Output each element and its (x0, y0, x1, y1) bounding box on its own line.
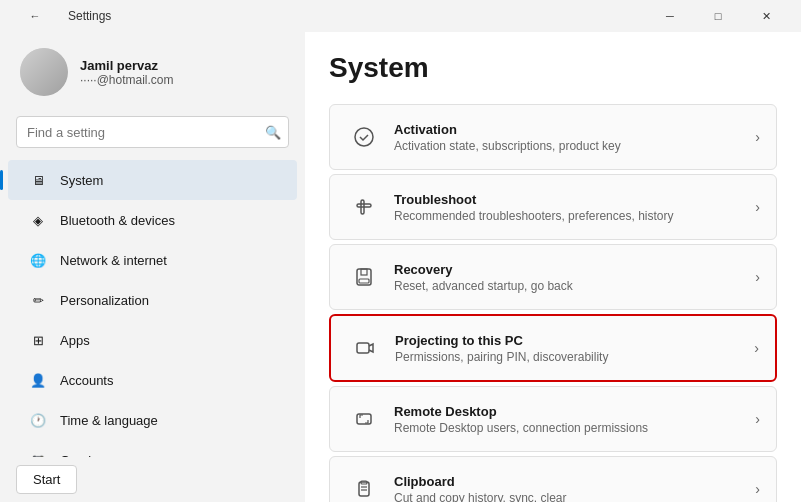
sidebar-label-network: Network & internet (60, 253, 167, 268)
back-button[interactable]: ← (12, 0, 58, 32)
activation-title: Activation (394, 122, 747, 137)
projecting-text: Projecting to this PC Permissions, pairi… (395, 333, 746, 364)
clipboard-chevron: › (755, 481, 760, 497)
troubleshoot-chevron: › (755, 199, 760, 215)
recovery-icon (346, 259, 382, 295)
activation-icon (346, 119, 382, 155)
projecting-desc: Permissions, pairing PIN, discoverabilit… (395, 350, 746, 364)
sidebar-label-apps: Apps (60, 333, 90, 348)
projecting-title: Projecting to this PC (395, 333, 746, 348)
svg-rect-7 (357, 414, 371, 424)
sidebar-label-bluetooth: Bluetooth & devices (60, 213, 175, 228)
remotedesktop-desc: Remote Desktop users, connection permiss… (394, 421, 747, 435)
svg-point-0 (355, 128, 373, 146)
clipboard-title: Clipboard (394, 474, 747, 489)
projecting-icon (347, 330, 383, 366)
recovery-text: Recovery Reset, advanced startup, go bac… (394, 262, 747, 293)
sidebar-label-accounts: Accounts (60, 373, 113, 388)
app-title: Settings (68, 9, 111, 23)
recovery-title: Recovery (394, 262, 747, 277)
search-icon: 🔍 (265, 125, 281, 140)
settings-item-clipboard[interactable]: Clipboard Cut and copy history, sync, cl… (329, 456, 777, 502)
start-button[interactable]: Start (16, 465, 77, 494)
remotedesktop-text: Remote Desktop Remote Desktop users, con… (394, 404, 747, 435)
sidebar-item-personalization[interactable]: ✏ Personalization (8, 280, 297, 320)
start-area: Start (0, 457, 305, 502)
troubleshoot-icon (346, 189, 382, 225)
remotedesktop-title: Remote Desktop (394, 404, 747, 419)
settings-item-recovery[interactable]: Recovery Reset, advanced startup, go bac… (329, 244, 777, 310)
remotedesktop-chevron: › (755, 411, 760, 427)
settings-item-projecting[interactable]: Projecting to this PC Permissions, pairi… (329, 314, 777, 382)
sidebar-item-apps[interactable]: ⊞ Apps (8, 320, 297, 360)
system-icon: 🖥 (28, 170, 48, 190)
nav-list: 🖥 System ◈ Bluetooth & devices 🌐 Network… (0, 156, 305, 457)
user-section: Jamil pervaz ·····@hotmail.com (0, 32, 305, 112)
activation-chevron: › (755, 129, 760, 145)
sidebar-label-time: Time & language (60, 413, 158, 428)
settings-item-activation[interactable]: Activation Activation state, subscriptio… (329, 104, 777, 170)
activation-text: Activation Activation state, subscriptio… (394, 122, 747, 153)
sidebar: Jamil pervaz ·····@hotmail.com 🔍 🖥 Syste… (0, 32, 305, 502)
recovery-chevron: › (755, 269, 760, 285)
avatar (20, 48, 68, 96)
clipboard-text: Clipboard Cut and copy history, sync, cl… (394, 474, 747, 503)
search-input[interactable] (16, 116, 289, 148)
clipboard-desc: Cut and copy history, sync, clear (394, 491, 747, 503)
apps-icon: ⊞ (28, 330, 48, 350)
main-layout: Jamil pervaz ·····@hotmail.com 🔍 🖥 Syste… (0, 32, 801, 502)
window-controls: ─ □ ✕ (647, 0, 789, 32)
settings-item-troubleshoot[interactable]: Troubleshoot Recommended troubleshooters… (329, 174, 777, 240)
troubleshoot-desc: Recommended troubleshooters, preferences… (394, 209, 747, 223)
activation-desc: Activation state, subscriptions, product… (394, 139, 747, 153)
user-info: Jamil pervaz ·····@hotmail.com (80, 58, 174, 87)
sidebar-item-time[interactable]: 🕐 Time & language (8, 400, 297, 440)
network-icon: 🌐 (28, 250, 48, 270)
settings-item-remotedesktop[interactable]: Remote Desktop Remote Desktop users, con… (329, 386, 777, 452)
sidebar-item-bluetooth[interactable]: ◈ Bluetooth & devices (8, 200, 297, 240)
svg-rect-4 (361, 269, 367, 275)
bluetooth-icon: ◈ (28, 210, 48, 230)
search-box: 🔍 (16, 116, 289, 148)
title-bar: ← Settings ─ □ ✕ (0, 0, 801, 32)
minimize-button[interactable]: ─ (647, 0, 693, 32)
sidebar-item-gaming[interactable]: 🎮 Gaming (8, 440, 297, 457)
sidebar-label-system: System (60, 173, 103, 188)
remotedesktop-icon (346, 401, 382, 437)
troubleshoot-text: Troubleshoot Recommended troubleshooters… (394, 192, 747, 223)
sidebar-label-personalization: Personalization (60, 293, 149, 308)
user-name: Jamil pervaz (80, 58, 174, 73)
user-email: ·····@hotmail.com (80, 73, 174, 87)
content-area: System Activation Activation state, subs… (305, 32, 801, 502)
settings-list: Activation Activation state, subscriptio… (329, 104, 777, 502)
sidebar-item-system[interactable]: 🖥 System (8, 160, 297, 200)
title-bar-left: ← Settings (12, 0, 111, 32)
svg-rect-5 (359, 279, 369, 283)
sidebar-item-network[interactable]: 🌐 Network & internet (8, 240, 297, 280)
svg-rect-6 (357, 343, 369, 353)
sidebar-item-accounts[interactable]: 👤 Accounts (8, 360, 297, 400)
recovery-desc: Reset, advanced startup, go back (394, 279, 747, 293)
projecting-chevron: › (754, 340, 759, 356)
personalization-icon: ✏ (28, 290, 48, 310)
gaming-icon: 🎮 (28, 450, 48, 457)
accounts-icon: 👤 (28, 370, 48, 390)
maximize-button[interactable]: □ (695, 0, 741, 32)
time-icon: 🕐 (28, 410, 48, 430)
sidebar-label-gaming: Gaming (60, 453, 106, 458)
clipboard-icon (346, 471, 382, 502)
page-title: System (329, 52, 777, 84)
close-button[interactable]: ✕ (743, 0, 789, 32)
troubleshoot-title: Troubleshoot (394, 192, 747, 207)
